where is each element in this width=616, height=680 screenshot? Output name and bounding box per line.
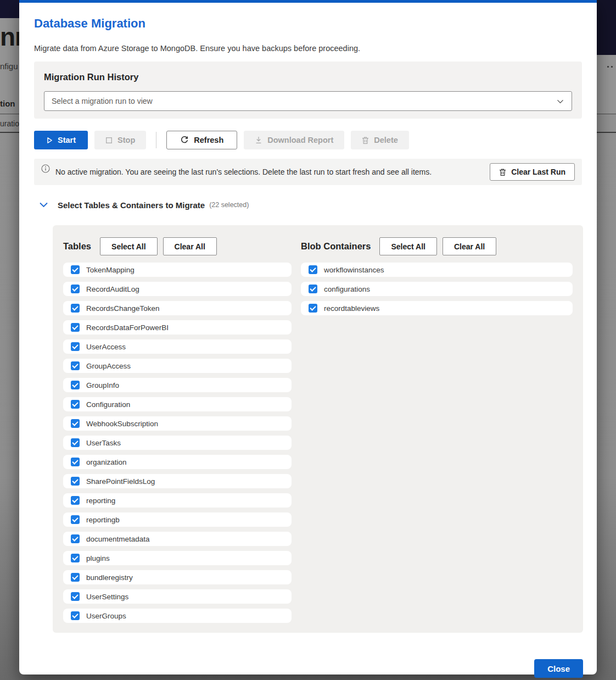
- checkbox-checked[interactable]: [71, 323, 80, 332]
- selection-count: (22 selected): [209, 201, 249, 209]
- tables-list: TokenMapping RecordAuditLog RecordsChang…: [63, 263, 292, 623]
- table-row: WebhookSubscription: [63, 416, 292, 431]
- table-row: UserGroups: [63, 609, 292, 623]
- checkbox-checked[interactable]: [309, 285, 317, 293]
- checkbox-checked[interactable]: [71, 342, 80, 351]
- tables-clear-all-button[interactable]: Clear All: [163, 237, 217, 255]
- start-label: Start: [58, 136, 76, 144]
- checkbox-checked[interactable]: [309, 304, 317, 313]
- checkbox-checked[interactable]: [71, 361, 80, 370]
- checkbox-checked[interactable]: [71, 592, 80, 601]
- background-navy-bar-left: [0, 0, 19, 18]
- history-panel-title: Migration Run History: [44, 72, 572, 84]
- checkbox-checked[interactable]: [71, 265, 80, 274]
- start-button[interactable]: Start: [34, 131, 88, 149]
- tables-column: Tables Select All Clear All TokenMapping: [63, 237, 292, 623]
- checkbox-checked[interactable]: [71, 381, 80, 389]
- info-bar: No active migration. You are seeing the …: [34, 159, 582, 185]
- table-name: TokenMapping: [86, 266, 135, 274]
- close-button[interactable]: Close: [534, 659, 583, 678]
- stop-icon: [105, 137, 113, 144]
- checkbox-checked[interactable]: [71, 400, 80, 409]
- table-name: GroupAccess: [86, 362, 131, 370]
- checkbox-checked[interactable]: [71, 304, 80, 313]
- table-name: SharePointFieldsLog: [86, 477, 155, 486]
- checkbox-checked[interactable]: [71, 477, 80, 486]
- info-icon: [41, 164, 50, 173]
- background-heading-fragment: nn: [0, 22, 22, 52]
- table-row: TokenMapping: [63, 263, 292, 277]
- stop-label: Stop: [117, 136, 135, 144]
- checkbox-checked[interactable]: [71, 458, 80, 466]
- checkbox-checked[interactable]: [71, 554, 80, 562]
- download-report-label: Download Report: [267, 136, 333, 144]
- chevron-down-icon: [39, 202, 48, 208]
- background-tab-fragment: tion: [0, 99, 15, 108]
- table-row: Configuration: [63, 397, 292, 411]
- tables-header: Tables Select All Clear All: [63, 237, 292, 255]
- clear-last-run-button[interactable]: Clear Last Run: [490, 163, 575, 181]
- blob-containers-header: Blob Containers Select All Clear All: [301, 237, 573, 255]
- refresh-button[interactable]: Refresh: [166, 131, 237, 149]
- selection-section-title: Select Tables & Containers to Migrate: [58, 200, 205, 210]
- table-row: UserAccess: [63, 339, 292, 354]
- container-name: recordtableviews: [324, 304, 379, 313]
- table-row: RecordAuditLog: [63, 282, 292, 296]
- info-message: No active migration. You are seeing the …: [55, 168, 490, 176]
- table-row: UserTasks: [63, 436, 292, 450]
- checkbox-checked[interactable]: [71, 611, 80, 620]
- table-name: UserTasks: [86, 439, 121, 447]
- database-migration-dialog: Database Migration Migrate data from Azu…: [19, 0, 597, 675]
- checkbox-checked[interactable]: [71, 573, 80, 582]
- refresh-icon: [180, 136, 189, 144]
- table-row: documentmetadata: [63, 532, 292, 546]
- table-name: documentmetadata: [86, 535, 150, 543]
- table-row: organization: [63, 455, 292, 469]
- clear-last-run-label: Clear Last Run: [511, 168, 565, 176]
- table-row: reportingb: [63, 512, 292, 527]
- table-row: reporting: [63, 493, 292, 508]
- download-report-button[interactable]: Download Report: [244, 131, 344, 149]
- table-name: UserSettings: [86, 593, 128, 601]
- chevron-down-icon: [556, 97, 564, 105]
- dialog-accent-bar: [19, 0, 597, 3]
- table-row: RecordsDataForPowerBI: [63, 320, 292, 335]
- tables-select-all-button[interactable]: Select All: [100, 237, 158, 255]
- tables-label: Tables: [63, 241, 91, 252]
- checkbox-checked[interactable]: [71, 438, 80, 447]
- delete-button[interactable]: Delete: [351, 131, 409, 149]
- selection-panel: Tables Select All Clear All TokenMapping: [53, 225, 583, 633]
- checkbox-checked[interactable]: [71, 534, 80, 543]
- table-row: plugins: [63, 551, 292, 565]
- background-navy-bar-right: [597, 0, 616, 55]
- selection-section-toggle[interactable]: Select Tables & Containers to Migrate (2…: [34, 199, 582, 211]
- blob-containers-label: Blob Containers: [301, 241, 371, 252]
- background-text-fragment: uratio: [0, 119, 19, 128]
- trash-icon: [362, 136, 369, 144]
- table-name: Configuration: [86, 400, 130, 409]
- more-options-icon: [607, 66, 613, 68]
- table-name: reportingb: [86, 516, 120, 524]
- checkbox-checked[interactable]: [71, 285, 80, 293]
- table-name: plugins: [86, 554, 110, 562]
- table-row: SharePointFieldsLog: [63, 474, 292, 488]
- list-item: configurations: [301, 282, 573, 296]
- table-name: UserAccess: [86, 343, 126, 351]
- screen: nn nfigu tion uratio Database Migration …: [0, 0, 616, 680]
- list-item: workflowinstances: [301, 263, 573, 277]
- checkbox-checked[interactable]: [309, 265, 317, 274]
- checkbox-checked[interactable]: [71, 515, 80, 524]
- table-name: RecordsChangeToken: [86, 304, 160, 313]
- migration-run-dropdown[interactable]: Select a migration run to view: [44, 91, 572, 111]
- dropdown-placeholder: Select a migration run to view: [52, 97, 153, 105]
- checkbox-checked[interactable]: [71, 496, 80, 505]
- toolbar-divider: [156, 132, 156, 148]
- blobs-clear-all-button[interactable]: Clear All: [443, 237, 496, 255]
- table-name: bundleregistry: [86, 573, 133, 582]
- delete-label: Delete: [374, 136, 398, 144]
- checkbox-checked[interactable]: [71, 419, 80, 428]
- stop-button[interactable]: Stop: [94, 131, 146, 149]
- blobs-select-all-button[interactable]: Select All: [379, 237, 437, 255]
- blob-containers-list: workflowinstances configurations recordt…: [301, 263, 573, 315]
- table-name: RecordsDataForPowerBI: [86, 324, 169, 332]
